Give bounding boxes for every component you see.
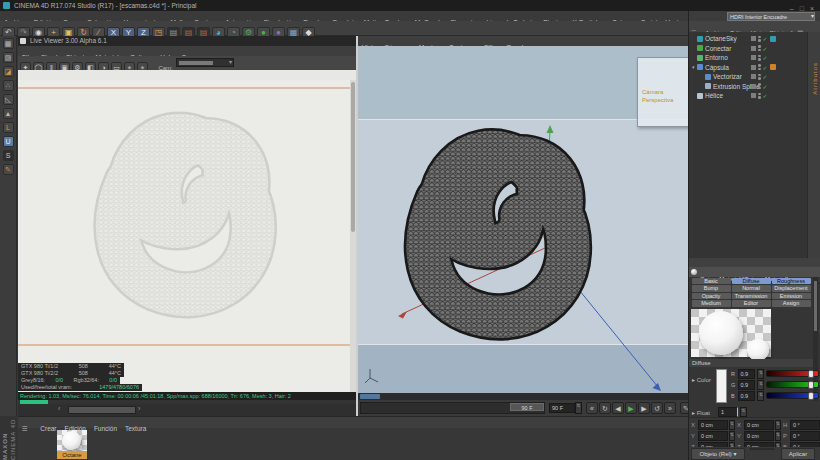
object-name[interactable]: OctaneSky (705, 35, 737, 42)
cam-dropdown[interactable]: ▾ (176, 58, 234, 67)
hamburger-icon[interactable]: ☰ (18, 424, 32, 434)
timeline-handle[interactable]: 90 F (510, 403, 544, 411)
visibility-dots[interactable] (758, 36, 761, 42)
visibility-dots[interactable] (758, 45, 761, 51)
object-row[interactable]: Hélice ✓ (689, 91, 807, 101)
material-name-label[interactable]: Octane (57, 451, 87, 459)
model-mode-icon[interactable]: ▩ (3, 38, 14, 49)
object-name[interactable]: Entorno (705, 54, 728, 61)
stepper-icon[interactable]: ⇅ (740, 407, 747, 417)
enabled-check-icon[interactable]: ✓ (763, 92, 768, 99)
visibility-dots[interactable] (758, 83, 761, 89)
tag-icon[interactable] (770, 36, 776, 42)
layer-icon[interactable] (751, 65, 756, 70)
prev-frame-button[interactable]: ◀ (612, 402, 624, 414)
layer-icon[interactable] (751, 55, 756, 60)
stepper-icon[interactable]: ⇅ (775, 420, 781, 430)
stepper-icon[interactable]: ⇅ (729, 420, 735, 430)
enabled-check-icon[interactable]: ✓ (763, 35, 768, 42)
hscroll-thumb[interactable] (68, 406, 136, 414)
stepper-icon[interactable]: ⇅ (775, 431, 781, 441)
channel-button[interactable]: Transmission (732, 293, 771, 300)
coordinate-field[interactable]: 0 cm (744, 431, 774, 441)
channel-value[interactable]: 0.9 (738, 380, 756, 390)
tag-icon[interactable] (770, 83, 776, 89)
coordinate-field[interactable]: 0 cm (698, 420, 728, 430)
visibility-dots[interactable] (758, 93, 761, 99)
channel-button[interactable]: Basic (692, 278, 731, 285)
coordinate-mode-dropdown[interactable]: Objeto (Rel) ▾ (691, 448, 745, 460)
stepper-icon[interactable]: ⇅ (757, 391, 764, 401)
channel-button[interactable]: Bump (692, 285, 731, 292)
scroll-right-icon[interactable]: › (138, 405, 140, 412)
object-name[interactable]: Conectar (705, 45, 731, 52)
enabled-check-icon[interactable]: ✓ (763, 73, 768, 80)
object-row[interactable]: Extrusión Spline ✓ (689, 82, 807, 92)
object-name[interactable]: Hélice (705, 92, 723, 99)
scroll-left-icon[interactable]: ‹ (58, 405, 60, 412)
axis-mode-icon[interactable]: L (3, 122, 14, 133)
material-preview[interactable] (691, 309, 771, 357)
object-row[interactable]: Entorno ✓ (689, 53, 807, 63)
workplane-mode-icon[interactable]: ◪ (3, 66, 14, 77)
live-viewer-render-area[interactable]: GTX 980 Ti/1/250844°C GTX 980 Ti/2/25084… (18, 80, 350, 392)
channel-button[interactable]: Medium (692, 300, 731, 307)
texture-mode-icon[interactable]: ▨ (3, 52, 14, 63)
color-swatch[interactable] (716, 369, 727, 403)
visibility-dots[interactable] (758, 64, 761, 70)
viewport-hud-palette[interactable]: Cámara Perspectiva (637, 57, 688, 127)
channel-slider[interactable] (766, 392, 819, 399)
loop-button[interactable]: ↻ (599, 402, 611, 414)
enabled-check-icon[interactable]: ✓ (763, 54, 768, 61)
object-name[interactable]: Vectorizar (713, 73, 742, 80)
layer-icon[interactable] (751, 84, 756, 89)
tag-icon[interactable] (770, 55, 776, 61)
coordinate-field[interactable]: 0 ° (790, 431, 820, 441)
tag-icon[interactable] (770, 45, 776, 51)
frame-field[interactable]: 90 F⇅ (549, 402, 582, 414)
layer-icon[interactable] (751, 46, 756, 51)
channel-value[interactable]: 0.9 (738, 369, 756, 379)
material-thumbnail[interactable] (57, 430, 87, 451)
edges-mode-icon[interactable]: ◺ (3, 94, 14, 105)
layer-icon[interactable] (751, 36, 756, 41)
stepper-icon[interactable]: ⇅ (729, 431, 735, 441)
coordinate-field[interactable]: 0 cm (698, 431, 728, 441)
enabled-check-icon[interactable]: ✓ (763, 83, 768, 90)
viewport-hscrollbar[interactable] (358, 393, 688, 400)
attributes-side-tab[interactable]: Atributos (811, 62, 819, 95)
blank-button[interactable] (749, 448, 775, 450)
play-button[interactable]: ▶ (625, 402, 637, 414)
object-row[interactable]: ▾ Cápsula ✓ (689, 63, 807, 73)
channel-value[interactable]: 0.9 (738, 391, 756, 401)
goto-end-button[interactable]: » (664, 402, 676, 414)
channel-slider[interactable] (766, 381, 819, 388)
paint-tool-icon[interactable]: ✎ (3, 164, 14, 175)
tag-icon[interactable] (770, 64, 776, 70)
material-menu-item[interactable]: Textura (121, 424, 150, 434)
channel-button[interactable]: Normal (732, 285, 771, 292)
channel-slider[interactable] (766, 370, 819, 377)
channel-button[interactable]: Displacement (772, 285, 811, 292)
channel-button[interactable]: Opacity (692, 293, 731, 300)
play-reverse-button[interactable]: ↺ (651, 402, 663, 414)
torus-knot-wireframe[interactable] (428, 152, 569, 317)
object-name[interactable]: Cápsula (705, 64, 729, 71)
object-row[interactable]: Conectar ✓ (689, 44, 807, 54)
visibility-dots[interactable] (758, 74, 761, 80)
channel-button[interactable]: Roughness (772, 278, 811, 285)
layer-icon[interactable] (751, 93, 756, 98)
stepper-icon[interactable]: ⇅ (575, 402, 582, 414)
channel-button[interactable]: Diffuse (732, 278, 771, 285)
visibility-dots[interactable] (758, 55, 761, 61)
tag-icon[interactable] (770, 93, 776, 99)
coordinate-field[interactable]: 0 cm (744, 420, 774, 430)
tag-icon[interactable] (770, 74, 776, 80)
enabled-check-icon[interactable]: ✓ (763, 64, 768, 71)
stepper-icon[interactable]: ⇅ (757, 380, 764, 390)
polygons-mode-icon[interactable]: ▲ (3, 108, 14, 119)
goto-start-button[interactable]: « (586, 402, 598, 414)
object-row[interactable]: OctaneSky ✓ (689, 34, 807, 44)
enabled-check-icon[interactable]: ✓ (763, 45, 768, 52)
viewport-canvas[interactable]: Cámara Perspectiva (358, 46, 688, 393)
